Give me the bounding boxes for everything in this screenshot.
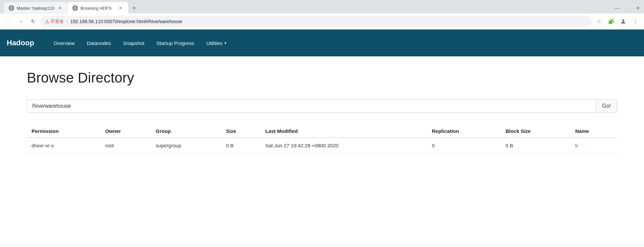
table-cell-3: 0 B	[221, 138, 261, 153]
table-row: drwxr-xr-xrootsupergroup0 BSat Jun 27 19…	[27, 138, 617, 153]
back-button[interactable]: ←	[4, 17, 13, 26]
col-group: Group	[151, 125, 221, 138]
col-size: Size	[221, 125, 261, 138]
title-bar: Master: hadoop110 ✕ Browsing HDFS ✕ + — …	[0, 0, 644, 13]
security-warning: ⚠ 不安全	[45, 18, 64, 24]
nav-startup-progress[interactable]: Startup Progress	[150, 37, 200, 49]
main-content: Browse Directory Go! Permission Owner Gr…	[0, 56, 644, 244]
reload-button[interactable]: ↻	[28, 17, 38, 26]
nav-links: Overview Datanodes Snapshot Startup Prog…	[48, 37, 233, 49]
table-cell-2: supergroup	[151, 138, 221, 153]
col-replication: Replication	[427, 125, 501, 138]
col-owner: Owner	[101, 125, 151, 138]
col-block-size: Block Size	[501, 125, 571, 138]
profile-icon[interactable]	[619, 17, 628, 26]
bookmark-star-icon[interactable]: ☆	[594, 17, 604, 26]
nav-utilities[interactable]: Utilities ▼	[200, 37, 233, 49]
nav-datanodes[interactable]: Datanodes	[80, 37, 117, 49]
menu-icon[interactable]: ⋮	[631, 17, 640, 26]
table-cell-6: 0 B	[501, 138, 571, 153]
nav-overview[interactable]: Overview	[48, 37, 81, 49]
footer: Hadoop, 2017.	[0, 244, 644, 247]
table-cell-4: Sat Jun 27 19:42:28 +0800 2020	[261, 138, 427, 153]
table-body: drwxr-xr-xrootsupergroup0 BSat Jun 27 19…	[27, 138, 617, 153]
address-url: 192.168.56.110:50070/explorer.html#/hive…	[70, 19, 182, 24]
window-controls: — ⬜ ✕	[615, 5, 640, 11]
col-permission: Permission	[27, 125, 101, 138]
tab2-close-icon[interactable]: ✕	[117, 5, 123, 11]
security-text: 不安全	[51, 18, 64, 24]
toolbar-icons: ☆ 🧩 ⋮	[594, 17, 640, 26]
forward-button[interactable]: →	[16, 17, 25, 26]
address-field[interactable]: ⚠ 不安全 | 192.168.56.110:50070/explorer.ht…	[40, 16, 592, 27]
browser-chrome: Master: hadoop110 ✕ Browsing HDFS ✕ + — …	[0, 0, 644, 30]
table-header-row: Permission Owner Group Size Last Modifie…	[27, 125, 617, 138]
col-last-modified: Last Modified	[261, 125, 427, 138]
tab1-label: Master: hadoop110	[17, 6, 54, 11]
table-cell-1: root	[101, 138, 151, 153]
utilities-dropdown-arrow: ▼	[224, 41, 227, 45]
col-name: Name	[571, 125, 617, 138]
warning-icon: ⚠	[45, 19, 49, 24]
table-cell-5: 0	[427, 138, 501, 153]
address-divider: |	[66, 19, 68, 24]
tab1-close-icon[interactable]: ✕	[57, 5, 63, 11]
table-cell-0: drwxr-xr-x	[27, 138, 101, 153]
new-tab-button[interactable]: +	[129, 3, 139, 13]
path-input[interactable]	[27, 99, 596, 113]
maximize-button[interactable]: ⬜	[625, 5, 631, 11]
path-row: Go!	[27, 99, 617, 113]
tab-browsing-hdfs[interactable]: Browsing HDFS ✕	[68, 2, 128, 14]
tab-master-hadoop110[interactable]: Master: hadoop110 ✕	[4, 2, 68, 14]
minimize-button[interactable]: —	[615, 5, 620, 11]
tab2-globe-icon	[72, 5, 78, 11]
utilities-label: Utilities	[206, 40, 222, 46]
address-bar: ← → ↻ ⚠ 不安全 | 192.168.56.110:50070/explo…	[0, 13, 644, 30]
nav-snapshot[interactable]: Snapshot	[117, 37, 150, 49]
tabs-row: Master: hadoop110 ✕ Browsing HDFS ✕ +	[4, 2, 139, 14]
tab1-globe-icon	[9, 5, 14, 11]
extension-icon[interactable]: 🧩	[606, 17, 616, 26]
page-title: Browse Directory	[27, 70, 617, 86]
table-cell-7[interactable]: b	[571, 138, 617, 153]
close-button[interactable]: ✕	[636, 5, 640, 11]
directory-table: Permission Owner Group Size Last Modifie…	[27, 125, 617, 153]
tab2-label: Browsing HDFS	[80, 6, 115, 11]
app-brand: Hadoop	[7, 39, 34, 47]
app-navbar: Hadoop Overview Datanodes Snapshot Start…	[0, 30, 644, 56]
go-button[interactable]: Go!	[596, 99, 617, 113]
svg-point-2	[622, 19, 624, 21]
